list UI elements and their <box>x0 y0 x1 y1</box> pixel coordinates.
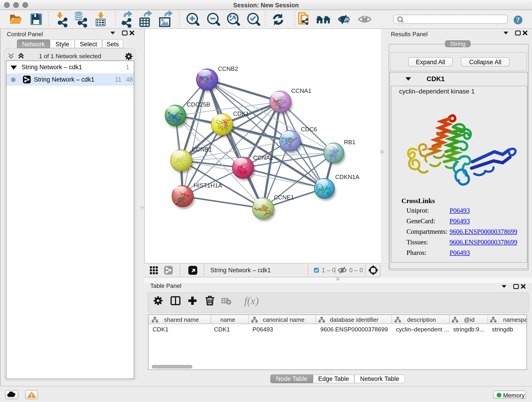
svg-text:canonical name: canonical name <box>263 316 304 323</box>
svg-text:@id: @id <box>464 316 475 323</box>
svg-text:CCNB2: CCNB2 <box>218 65 238 72</box>
svg-text:HIST1H1A: HIST1H1A <box>194 182 222 189</box>
svg-text:CCNE1: CCNE1 <box>274 194 294 201</box>
svg-text:9606.ENSP00000378699: 9606.ENSP00000378699 <box>320 326 388 332</box>
svg-text:CCNA1: CCNA1 <box>291 87 311 94</box>
svg-text:String Network – cdk1: String Network – cdk1 <box>210 267 271 274</box>
svg-text:P06493: P06493 <box>253 326 273 332</box>
svg-text:database identifier: database identifier <box>330 316 379 323</box>
svg-text:stringdb: stringdb <box>492 326 513 332</box>
svg-text:CDK1: CDK1 <box>233 110 249 117</box>
svg-text:CCNA2: CCNA2 <box>253 154 273 161</box>
svg-text:CDKN1A: CDKN1A <box>335 173 360 180</box>
svg-text:name: name <box>220 316 235 323</box>
svg-text:RB1: RB1 <box>344 139 355 146</box>
svg-text:cyclin–dependent ...: cyclin–dependent ... <box>396 326 449 332</box>
svg-text:0 – 0: 0 – 0 <box>349 267 363 274</box>
svg-text:stringdb:9...: stringdb:9... <box>453 326 484 332</box>
svg-text:CDK1: CDK1 <box>152 326 168 332</box>
svg-text:f(x): f(x) <box>244 295 259 307</box>
svg-text:CDC25B: CDC25B <box>187 101 210 108</box>
svg-text:description: description <box>407 316 436 323</box>
svg-text:shared name: shared name <box>164 316 199 323</box>
svg-text:?: ? <box>516 16 520 24</box>
svg-text:CCNB1: CCNB1 <box>192 146 212 153</box>
svg-text:CDK1: CDK1 <box>214 326 230 332</box>
svg-text:CDC6: CDC6 <box>301 126 317 133</box>
svg-text:1 – 0: 1 – 0 <box>322 267 336 274</box>
svg-text:namespac: namespac <box>503 316 526 323</box>
